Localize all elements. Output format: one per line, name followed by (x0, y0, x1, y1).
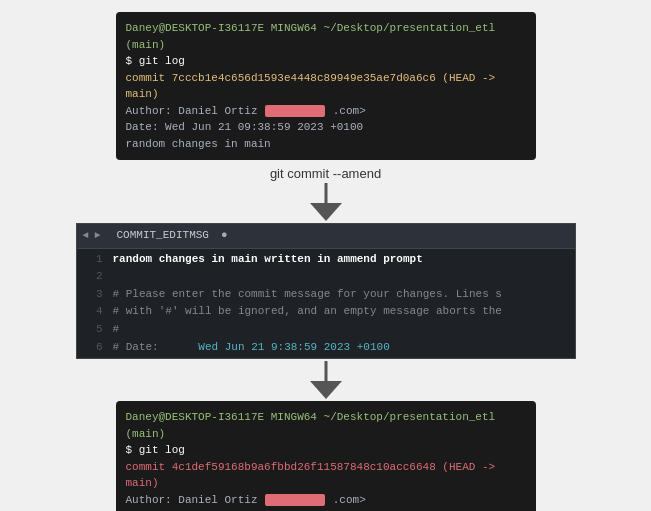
bottom-terminal: Daney@DESKTOP-I36117E MINGW64 ~/Desktop/… (116, 401, 536, 511)
bottom-author-line: Author: Daniel Ortiz .com> (126, 492, 526, 509)
top-author-line: Author: Daniel Ortiz .com> (126, 103, 526, 120)
svg-marker-1 (310, 203, 342, 221)
top-commit-line: commit 7cccb1e4c656d1593e4448c89949e35ae… (126, 70, 526, 103)
arrow-2-svg (308, 361, 344, 399)
arrow-1-area: git commit --amend (270, 166, 381, 221)
editor-panel: ◄ ► COMMIT_EDITMSG ● 1 random changes in… (76, 223, 576, 359)
editor-body: 1 random changes in main written in amme… (77, 249, 575, 359)
editor-tab-name: COMMIT_EDITMSG (111, 226, 215, 246)
editor-nav-arrows: ◄ ► (83, 228, 101, 244)
editor-line-1: 1 random changes in main written in amme… (77, 251, 575, 269)
top-prompt-user: Daney@DESKTOP-I36117E MINGW64 ~/Desktop/… (126, 22, 496, 51)
arrow-1-label: git commit --amend (270, 166, 381, 181)
top-terminal-cmd: $ git log (126, 53, 526, 70)
top-date-line: Date: Wed Jun 21 09:38:59 2023 +0100 (126, 119, 526, 136)
bottom-email-redact (265, 494, 325, 506)
editor-tab-dot: ● (221, 227, 228, 245)
top-terminal: Daney@DESKTOP-I36117E MINGW64 ~/Desktop/… (116, 12, 536, 160)
arrow-1-svg (308, 183, 344, 221)
arrow-2-area (308, 361, 344, 399)
top-terminal-prompt: Daney@DESKTOP-I36117E MINGW64 ~/Desktop/… (126, 20, 526, 53)
editor-line-2: 2 (77, 268, 575, 286)
bottom-terminal-prompt: Daney@DESKTOP-I36117E MINGW64 ~/Desktop/… (126, 409, 526, 442)
editor-line-3: 3 # Please enter the commit message for … (77, 286, 575, 304)
editor-line-5: 5 # (77, 321, 575, 339)
top-email-redact (265, 105, 325, 117)
bottom-commit-line: commit 4c1def59168b9a6fbbd26f11587848c10… (126, 459, 526, 492)
top-message: random changes in main (126, 136, 526, 153)
svg-marker-3 (310, 381, 342, 399)
bottom-terminal-cmd: $ git log (126, 442, 526, 459)
editor-line-4: 4 # with '#' will be ignored, and an emp… (77, 303, 575, 321)
editor-line-6: 6 # Date: Wed Jun 21 9:38:59 2023 +0100 (77, 339, 575, 357)
editor-tab-bar: ◄ ► COMMIT_EDITMSG ● (77, 224, 575, 249)
